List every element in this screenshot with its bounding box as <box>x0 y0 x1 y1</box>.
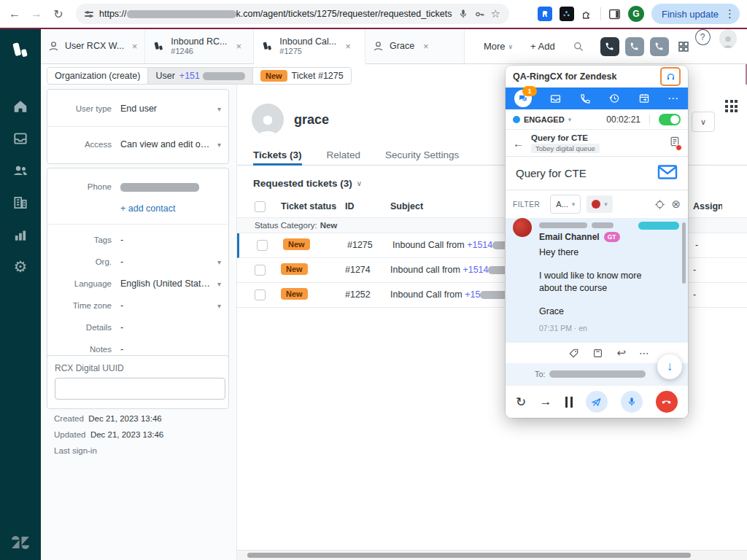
org-select[interactable]: - <box>120 257 213 267</box>
address-bar[interactable]: https://k.com/agent/tickets/1275/request… <box>76 4 509 24</box>
more-actions-icon[interactable]: ⋯ <box>639 347 650 359</box>
tab-related[interactable]: Related <box>327 144 361 165</box>
sidebar-item-home[interactable] <box>0 90 41 122</box>
mic-icon[interactable] <box>621 391 643 413</box>
more-tabs-button[interactable]: More ∨ <box>475 29 522 63</box>
tab-ticket-1246[interactable]: Inbound RC... #1246 × <box>145 29 254 63</box>
phone-call-active-button[interactable] <box>600 37 619 56</box>
add-contact-link[interactable]: + add contact <box>120 203 175 214</box>
target-icon[interactable] <box>654 199 665 210</box>
script-icon[interactable] <box>669 136 681 150</box>
row-checkbox[interactable] <box>257 240 268 251</box>
help-icon[interactable]: ? <box>695 29 711 45</box>
row-checkbox[interactable] <box>255 289 266 300</box>
tab-user-grace[interactable]: Grace × <box>365 29 465 63</box>
scroll-to-bottom-button[interactable]: ↓ <box>657 354 682 379</box>
filter-agent-dropdown[interactable]: A... ▾ <box>550 195 581 214</box>
widget-more-icon[interactable]: ⋯ <box>667 92 679 105</box>
tab-security-settings[interactable]: Security Settings <box>385 144 459 165</box>
chevron-down-icon[interactable]: ▾ <box>213 280 221 288</box>
phone-link[interactable]: +1514 <box>462 265 488 275</box>
access-select[interactable]: Can view and edit own tic... <box>120 139 213 149</box>
finish-update-button[interactable]: Finish update ⋮ <box>651 4 740 24</box>
browser-reload-icon[interactable]: ↻ <box>51 7 66 21</box>
agent-avatar[interactable] <box>719 29 737 48</box>
sidebar-item-admin-gear-icon[interactable]: ⚙ <box>0 251 41 283</box>
clear-filter-icon[interactable]: ⊗ <box>671 198 681 211</box>
breadcrumb-organization[interactable]: Organization (create) <box>47 67 148 85</box>
refresh-icon[interactable]: ↻ <box>516 394 526 410</box>
side-panel-icon[interactable] <box>608 8 621 20</box>
chevron-down-icon[interactable]: ▾ <box>568 116 572 123</box>
site-info-icon[interactable] <box>85 12 93 17</box>
chat-scrollbar[interactable] <box>682 222 686 284</box>
transfer-arrow-icon[interactable]: → <box>539 394 551 409</box>
chevron-down-icon[interactable]: ▾ <box>213 105 221 113</box>
back-arrow-icon[interactable]: ← <box>513 137 524 149</box>
browser-forward-icon[interactable]: → <box>29 7 44 20</box>
details-value[interactable]: - <box>120 322 221 332</box>
availability-toggle[interactable] <box>659 114 681 125</box>
sidebar-item-customers[interactable] <box>0 155 41 187</box>
chevron-down-icon[interactable]: ▾ <box>213 258 221 266</box>
phone-link[interactable]: +15 <box>465 289 480 300</box>
chevron-down-icon[interactable]: ▾ <box>213 141 221 149</box>
inbox-tab-icon[interactable] <box>549 93 562 105</box>
horizontal-scrollbar[interactable] <box>237 550 747 560</box>
tab-tickets[interactable]: Tickets (3) <box>253 144 302 165</box>
sidebar-item-reporting[interactable] <box>0 219 41 251</box>
history-tab-icon[interactable] <box>608 93 620 104</box>
chats-tab-icon[interactable]: 1 <box>514 90 532 107</box>
notes-value[interactable]: - <box>120 344 221 354</box>
widget-collapse-chevron[interactable]: ∨ <box>692 112 715 132</box>
headset-icon[interactable] <box>660 67 681 86</box>
tag-icon[interactable] <box>568 348 579 359</box>
select-all-checkbox[interactable] <box>255 201 266 212</box>
user-phone-link[interactable]: +151 <box>179 71 200 81</box>
close-icon[interactable]: × <box>132 41 138 52</box>
browser-menu-icon[interactable]: ⋮ <box>724 7 735 20</box>
agent-status[interactable]: ENGAGED <box>524 115 565 124</box>
browser-profile-avatar[interactable]: G <box>628 6 644 22</box>
requested-tickets-header[interactable]: Requested tickets (3) ∨ <box>253 178 362 189</box>
email-subject-row[interactable]: Query for CTE <box>506 156 688 190</box>
mic-icon[interactable] <box>458 9 468 19</box>
close-icon[interactable]: × <box>423 41 429 52</box>
breadcrumb-ticket[interactable]: New Ticket #1275 <box>252 67 352 85</box>
grid-menu-icon[interactable] <box>725 100 738 112</box>
filter-color-dropdown[interactable]: ▾ <box>587 195 613 213</box>
end-call-icon[interactable] <box>656 391 678 413</box>
phone-line-2-button[interactable] <box>625 37 644 56</box>
phone-value-link[interactable] <box>120 182 221 192</box>
chat-transcript[interactable]: Email Channel GT Hey there I would like … <box>506 218 688 343</box>
chevron-down-icon[interactable]: ▾ <box>213 302 221 310</box>
tags-value[interactable]: - <box>120 235 221 245</box>
reply-icon[interactable]: ↩ <box>616 346 626 359</box>
send-disabled-icon[interactable] <box>586 391 608 413</box>
row-checkbox[interactable] <box>255 265 266 276</box>
hold-icon[interactable] <box>565 397 573 408</box>
search-icon[interactable] <box>564 29 593 63</box>
passwords-key-icon[interactable] <box>474 9 485 20</box>
dark-extension-icon[interactable] <box>560 7 574 21</box>
extensions-puzzle-icon[interactable] <box>581 8 593 20</box>
language-select[interactable]: English (United States) <box>120 279 213 289</box>
browser-back-icon[interactable]: ← <box>7 7 22 20</box>
apps-grid-icon[interactable] <box>672 29 695 63</box>
sidebar-item-views[interactable] <box>0 122 41 155</box>
phone-tab-icon[interactable] <box>580 93 591 104</box>
add-tab-button[interactable]: + Add <box>522 29 564 63</box>
schedule-tab-icon[interactable] <box>638 93 650 104</box>
ringcentral-extension-icon[interactable] <box>538 7 552 21</box>
close-icon[interactable]: × <box>345 41 351 52</box>
phone-link[interactable]: +1514 <box>467 240 492 250</box>
bookmark-star-icon[interactable]: ☆ <box>491 7 500 20</box>
close-icon[interactable]: × <box>236 41 241 52</box>
uuid-input[interactable] <box>55 378 225 400</box>
tab-ticket-1275[interactable]: Inbound Cal... #1275 × <box>254 29 365 64</box>
scrollbar-thumb[interactable] <box>247 553 691 558</box>
archive-icon[interactable] <box>592 348 603 359</box>
sidebar-item-organizations[interactable] <box>0 187 41 219</box>
breadcrumb-user[interactable]: User +151 <box>148 67 252 85</box>
phone-line-3-button[interactable] <box>650 37 669 56</box>
